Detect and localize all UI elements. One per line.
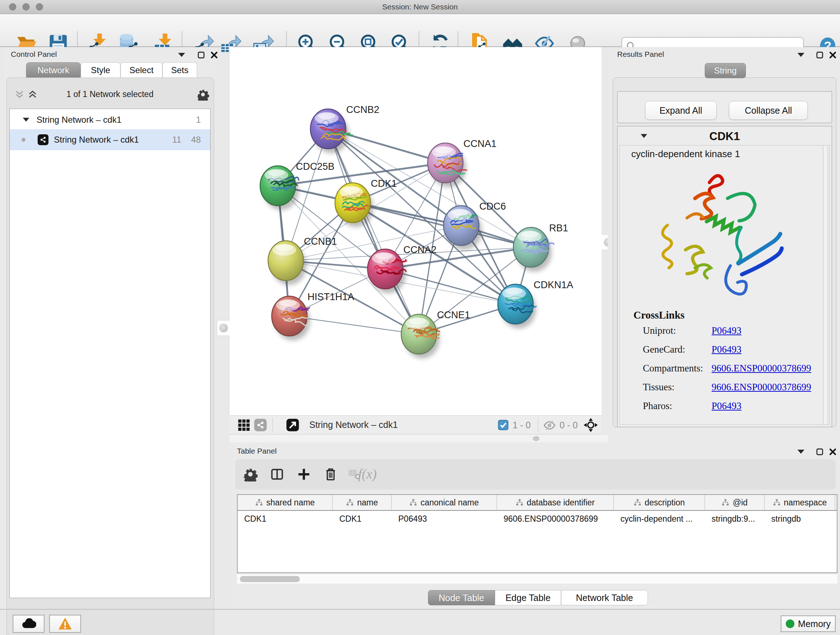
tab-select[interactable]: Select (120, 62, 163, 78)
network-tree-root-row[interactable]: String Network – cdk1 1 (10, 111, 210, 128)
tab-string[interactable]: String (705, 63, 746, 78)
crosslink-link[interactable]: 9606.ENSP00000378699 (712, 363, 811, 374)
table-toolbar: f(x) (235, 459, 836, 489)
node-label-HIST1H1A: HIST1H1A (308, 291, 354, 302)
column-header-database-identifier[interactable]: database identifier (497, 495, 614, 510)
expand-collapse-box: Expand All Collapse All (617, 91, 832, 123)
table-cell[interactable]: 9606.ENSP00000378699 (497, 511, 614, 527)
tab-network[interactable]: Network (26, 62, 81, 78)
column-header-shared-name[interactable]: shared name (238, 495, 333, 510)
main-toolbar: ? (0, 14, 840, 47)
splitter-grip-icon[interactable] (533, 436, 539, 441)
grid-view-icon[interactable] (237, 418, 251, 432)
table-row[interactable]: CDK1CDK1P064939606.ENSP00000378699cyclin… (238, 511, 837, 527)
table-options-gear-icon[interactable] (243, 467, 257, 481)
expand-all-button[interactable]: Expand All (645, 101, 717, 120)
tab-node-table[interactable]: Node Table (428, 590, 495, 605)
panel-close-icon[interactable] (209, 50, 219, 60)
panel-float-icon[interactable] (815, 50, 825, 60)
table-hscrollbar[interactable] (237, 574, 837, 584)
memory-button[interactable]: Memory (781, 616, 836, 632)
panel-float-icon[interactable] (815, 447, 825, 457)
gene-description: cyclin-dependent kinase 1 (631, 149, 740, 160)
panel-menu-icon[interactable] (796, 50, 806, 60)
crosslink-link[interactable]: 9606.ENSP00000378699 (712, 382, 811, 393)
expand-all-chevron-icon[interactable] (27, 89, 38, 99)
selected-checkbox-icon[interactable] (497, 419, 509, 431)
tab-style[interactable]: Style (81, 62, 120, 78)
network-node-RB1[interactable] (513, 227, 554, 272)
crosslink-link[interactable]: P06493 (712, 401, 742, 412)
warnings-button[interactable] (49, 615, 81, 633)
panel-close-icon[interactable] (828, 447, 838, 457)
panel-close-icon[interactable] (828, 50, 838, 60)
collapse-all-button[interactable]: Collapse All (729, 101, 808, 120)
crosslink-label: Compartments: (643, 363, 703, 374)
column-type-icon (633, 499, 641, 507)
network-node-HIST1H1A[interactable] (272, 296, 310, 340)
panel-menu-icon[interactable] (796, 447, 806, 457)
delete-column-icon[interactable] (324, 467, 338, 481)
string-badge-icon[interactable] (254, 418, 267, 432)
network-node-CDKN1A[interactable] (498, 284, 536, 328)
network-collection-label: String Network – cdk1 (36, 115, 122, 125)
table-cell[interactable]: stringdb:9... (705, 511, 765, 527)
table-cell[interactable]: CDK1 (333, 511, 392, 527)
tab-edge-table[interactable]: Edge Table (495, 590, 561, 605)
table-cell[interactable]: P06493 (392, 511, 497, 527)
tree-expand-icon[interactable] (21, 115, 31, 125)
table-cell[interactable]: cyclin-dependent ... (614, 511, 705, 527)
table-cell[interactable]: CDK1 (238, 511, 333, 527)
crosslink-label: Uniprot: (643, 325, 676, 336)
column-header-description[interactable]: description (614, 495, 705, 510)
node-label-CCNA2: CCNA2 (403, 244, 437, 255)
hidden-eye-icon[interactable] (543, 419, 556, 432)
left-splitter-handle[interactable] (217, 320, 231, 336)
select-columns-icon[interactable] (270, 467, 284, 481)
column-header-canonical-name[interactable]: canonical name (392, 495, 497, 510)
panel-float-icon[interactable] (196, 50, 206, 60)
cloud-button[interactable] (13, 615, 44, 633)
scrollbar-thumb[interactable] (240, 576, 300, 582)
statusbar-separator (538, 418, 538, 432)
crosslink-link[interactable]: P06493 (712, 325, 742, 336)
open-external-icon[interactable] (286, 418, 300, 432)
column-header-name[interactable]: name (333, 495, 392, 510)
results-scrollbar[interactable] (823, 145, 828, 424)
tab-network-table[interactable]: Network Table (561, 590, 648, 605)
column-type-icon (773, 499, 781, 507)
column-type-icon (409, 499, 417, 507)
table-cell[interactable]: stringdb (765, 511, 835, 527)
network-node-CDC6[interactable] (444, 206, 482, 250)
network-node-CDK1[interactable] (335, 183, 373, 227)
crosslink-link[interactable]: P06493 (712, 344, 742, 355)
network-edge[interactable] (328, 129, 419, 334)
collapse-all-chevron-icon[interactable] (14, 89, 25, 99)
network-node-CCNB2[interactable] (310, 109, 352, 153)
statusbar-separator (272, 418, 273, 432)
crosslink-label: GeneCard: (643, 344, 685, 355)
column-type-icon (515, 499, 523, 507)
network-node-CCNA1[interactable] (428, 143, 467, 187)
column-header-namespace[interactable]: namespace (765, 495, 835, 510)
node-label-CCNB2: CCNB2 (346, 104, 379, 115)
crosslinks-title: CrossLinks (633, 309, 684, 321)
column-header--id[interactable]: @id (705, 495, 765, 510)
window-title: Session: New Session (0, 3, 840, 11)
birdseye-crosshair-icon[interactable] (584, 418, 598, 432)
node-table: shared namenamecanonical namedatabase id… (237, 494, 837, 573)
collection-count: 1 (196, 115, 201, 125)
control-panel-title: Control Panel (11, 50, 57, 59)
table-tabs: Node Table Edge Table Network Table (428, 590, 648, 605)
add-column-icon[interactable] (297, 467, 311, 481)
network-node-CDC25B[interactable] (260, 166, 299, 210)
memory-label: Memory (798, 619, 831, 629)
network-node-CCNE1[interactable] (401, 314, 439, 358)
network-tree-item-row[interactable]: String Network – cdk1 11 48 (10, 129, 210, 150)
results-panel-title: Results Panel (617, 50, 664, 59)
network-view-canvas[interactable]: CCNB2CCNA1CDC25BCDK1CDC6RB1CCNB1CCNA2CDK… (230, 47, 602, 415)
network-options-gear-icon[interactable] (197, 88, 209, 101)
network-graph[interactable]: CCNB2CCNA1CDC25BCDK1CDC6RB1CCNB1CCNA2CDK… (230, 47, 602, 415)
tab-sets[interactable]: Sets (163, 62, 197, 78)
panel-menu-icon[interactable] (177, 50, 187, 60)
